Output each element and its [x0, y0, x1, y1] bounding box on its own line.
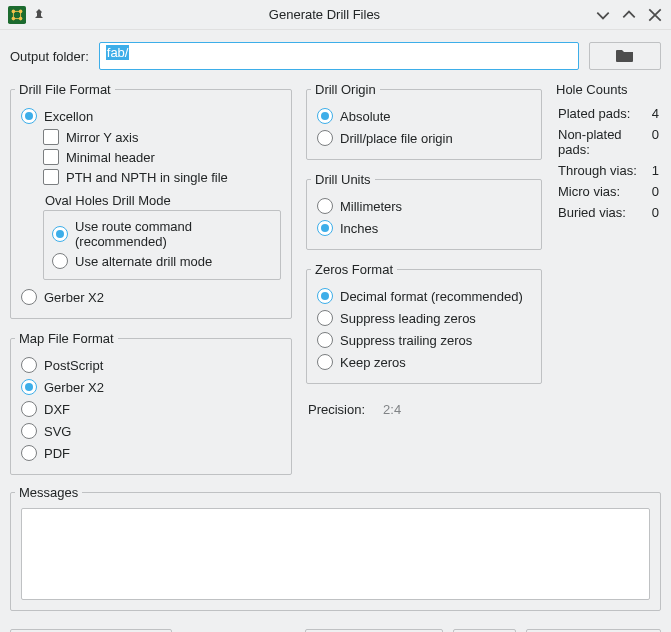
precision-row: Precision: 2:4: [306, 396, 542, 423]
minimize-icon[interactable]: [595, 7, 611, 23]
drill-file-format-group: Drill File Format Excellon Mirror Y axis…: [10, 82, 292, 319]
checkbox-icon: [43, 169, 59, 185]
messages-legend: Messages: [15, 485, 82, 500]
radio-excellon[interactable]: Excellon: [21, 105, 281, 127]
window-controls: [595, 7, 663, 23]
radio-icon: [21, 423, 37, 439]
count-micro: Micro vias:0: [556, 181, 661, 202]
zeros-format-legend: Zeros Format: [311, 262, 397, 277]
footer: Generate Report File... Generate Map Fil…: [0, 619, 671, 632]
messages-group: Messages: [10, 485, 661, 611]
svg-rect-0: [8, 6, 26, 24]
radio-icon: [317, 130, 333, 146]
count-plated: Plated pads:4: [556, 103, 661, 124]
precision-label: Precision:: [308, 402, 365, 417]
close-icon[interactable]: [647, 7, 663, 23]
radio-millimeters[interactable]: Millimeters: [317, 195, 531, 217]
radio-svg[interactable]: SVG: [21, 420, 281, 442]
radio-suppress-leading[interactable]: Suppress leading zeros: [317, 307, 531, 329]
radio-gerber-x2-map[interactable]: Gerber X2: [21, 376, 281, 398]
radio-icon: [21, 289, 37, 305]
drill-origin-legend: Drill Origin: [311, 82, 380, 97]
output-folder-label: Output folder:: [10, 49, 89, 64]
folder-icon: [616, 48, 634, 65]
radio-icon: [317, 198, 333, 214]
window-title: Generate Drill Files: [54, 7, 595, 22]
oval-holes-title: Oval Holes Drill Mode: [45, 193, 281, 208]
zeros-format-group: Zeros Format Decimal format (recommended…: [306, 262, 542, 384]
oval-holes-group: Use route command (recommended) Use alte…: [43, 210, 281, 280]
browse-button[interactable]: [589, 42, 661, 70]
radio-icon: [21, 445, 37, 461]
radio-icon: [317, 354, 333, 370]
radio-icon: [52, 253, 68, 269]
maximize-icon[interactable]: [621, 7, 637, 23]
hole-counts-legend: Hole Counts: [556, 82, 661, 97]
radio-icon: [21, 379, 37, 395]
checkbox-icon: [43, 129, 59, 145]
dialog-content: Output folder: fab/ Drill File Format Ex…: [0, 30, 671, 619]
radio-pdf[interactable]: PDF: [21, 442, 281, 464]
check-mirror-y[interactable]: Mirror Y axis: [43, 127, 281, 147]
drill-origin-group: Drill Origin Absolute Drill/place file o…: [306, 82, 542, 160]
radio-oval-alt[interactable]: Use alternate drill mode: [52, 251, 272, 271]
count-through: Through vias:1: [556, 160, 661, 181]
radio-icon: [317, 310, 333, 326]
radio-suppress-trailing[interactable]: Suppress trailing zeros: [317, 329, 531, 351]
radio-keep-zeros[interactable]: Keep zeros: [317, 351, 531, 373]
count-nonplated: Non-plated pads:0: [556, 124, 661, 160]
radio-inches[interactable]: Inches: [317, 217, 531, 239]
checkbox-icon: [43, 149, 59, 165]
radio-oval-route[interactable]: Use route command (recommended): [52, 217, 272, 251]
check-minimal-header[interactable]: Minimal header: [43, 147, 281, 167]
radio-icon: [317, 220, 333, 236]
drill-file-format-legend: Drill File Format: [15, 82, 115, 97]
pin-icon[interactable]: [32, 8, 46, 22]
map-file-format-group: Map File Format PostScript Gerber X2 DXF…: [10, 331, 292, 475]
radio-icon: [317, 332, 333, 348]
radio-icon: [52, 226, 68, 242]
radio-decimal[interactable]: Decimal format (recommended): [317, 285, 531, 307]
radio-icon: [317, 288, 333, 304]
radio-postscript[interactable]: PostScript: [21, 354, 281, 376]
radio-icon: [21, 108, 37, 124]
check-pth-npth[interactable]: PTH and NPTH in single file: [43, 167, 281, 187]
radio-dxf[interactable]: DXF: [21, 398, 281, 420]
precision-value: 2:4: [383, 402, 401, 417]
radio-absolute[interactable]: Absolute: [317, 105, 531, 127]
map-file-format-legend: Map File Format: [15, 331, 118, 346]
output-row: Output folder: fab/: [10, 42, 661, 70]
count-buried: Buried vias:0: [556, 202, 661, 223]
hole-counts-group: Hole Counts Plated pads:4 Non-plated pad…: [556, 82, 661, 223]
radio-drill-place-origin[interactable]: Drill/place file origin: [317, 127, 531, 149]
drill-units-legend: Drill Units: [311, 172, 375, 187]
titlebar: Generate Drill Files: [0, 0, 671, 30]
app-icon: [8, 6, 26, 24]
messages-textarea[interactable]: [21, 508, 650, 600]
output-folder-input[interactable]: fab/: [99, 42, 579, 70]
radio-icon: [21, 357, 37, 373]
radio-icon: [21, 401, 37, 417]
radio-gerber-x2-drill[interactable]: Gerber X2: [21, 286, 281, 308]
drill-units-group: Drill Units Millimeters Inches: [306, 172, 542, 250]
radio-icon: [317, 108, 333, 124]
